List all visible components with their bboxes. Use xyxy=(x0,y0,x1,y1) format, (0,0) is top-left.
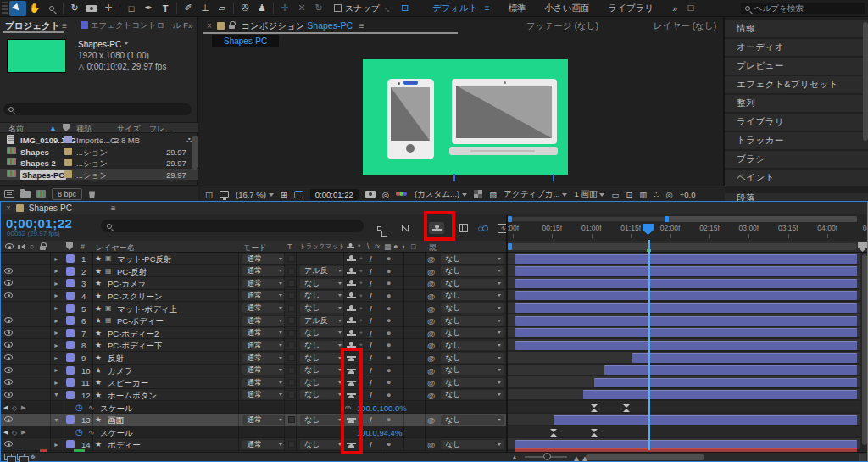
sidebar-panel-8[interactable]: ペイント xyxy=(725,170,868,186)
layer-bar-row[interactable] xyxy=(508,277,860,290)
layer-label-swatch[interactable] xyxy=(66,316,75,325)
item-label-swatch[interactable] xyxy=(64,170,72,178)
layer-twirl-arrow[interactable]: ► xyxy=(53,305,59,311)
layer-duration-bar[interactable] xyxy=(604,365,857,375)
pen-tool[interactable]: ✒ xyxy=(140,1,157,16)
track-matte-select[interactable]: アル反 xyxy=(300,266,344,276)
blend-mode-select[interactable]: 通常 xyxy=(242,279,285,288)
project-tabs-overflow[interactable]: » xyxy=(188,20,193,31)
puppet-pin-tool[interactable]: ♟ xyxy=(253,1,270,16)
blend-mode-select[interactable]: 通常 xyxy=(242,291,285,300)
layer-bar-row[interactable] xyxy=(508,265,860,278)
layer-name[interactable]: スピーカー xyxy=(108,378,148,389)
motion-blur-switch[interactable]: ● xyxy=(387,378,391,387)
expand-render-time-icon[interactable] xyxy=(17,454,25,460)
layer-row[interactable]: ►3★PC-カメラ通常なし*/●@なし xyxy=(1,277,508,290)
motion-blur-switch[interactable]: ● xyxy=(387,341,391,349)
property-name[interactable]: スケール xyxy=(100,428,133,439)
project-item[interactable]: IMG_0109.JPGImporte...G2.8 MB∴ xyxy=(0,134,198,146)
comp-marker-bin-icon[interactable] xyxy=(858,242,867,252)
local-axis-mode-icon[interactable]: ✛ xyxy=(276,1,293,16)
quality-switch[interactable]: / xyxy=(370,366,372,376)
layer-label-swatch[interactable] xyxy=(66,415,75,424)
workspace-tab-default[interactable]: デフォルト xyxy=(432,3,478,14)
show-channel-icon[interactable] xyxy=(396,191,408,198)
item-label-swatch[interactable] xyxy=(64,148,72,155)
project-item[interactable]: Shapes 2...ション29.97 xyxy=(0,157,198,169)
workspace-tab-standard[interactable]: 標準 xyxy=(509,3,526,14)
next-keyframe-icon[interactable]: ▶ xyxy=(21,429,25,436)
parent-select[interactable]: なし xyxy=(441,341,504,350)
parent-select[interactable]: なし xyxy=(441,291,504,300)
viewer-timecode[interactable]: 0;00;01;22 xyxy=(310,189,359,200)
blend-mode-select[interactable]: 通常 xyxy=(242,365,285,375)
parent-select[interactable]: なし xyxy=(441,415,504,425)
shy-switch[interactable] xyxy=(347,280,356,287)
draft-3d-icon[interactable] xyxy=(398,222,413,234)
fast-previews-icon[interactable]: ⊡ xyxy=(626,190,632,199)
shy-switch[interactable] xyxy=(347,392,356,399)
world-axis-mode-icon[interactable]: ✕ xyxy=(293,1,310,16)
view-axis-mode-icon[interactable]: ↻ xyxy=(310,1,327,16)
quality-switch[interactable]: / xyxy=(370,440,372,449)
layer-twirl-arrow[interactable]: ► xyxy=(53,355,59,361)
item-name[interactable]: Shapes-PC xyxy=(20,170,66,180)
panel-menu-icon[interactable]: ≡ xyxy=(111,203,116,213)
layer-name[interactable]: 反射 xyxy=(108,353,124,365)
layer-name[interactable]: PC-カメラ xyxy=(108,279,147,290)
layer-twirl-arrow[interactable]: ► xyxy=(53,380,59,386)
layer-bar-row[interactable] xyxy=(508,253,860,265)
layer-label-swatch[interactable] xyxy=(66,378,75,387)
preserve-transparency-checkbox[interactable] xyxy=(288,342,295,348)
blend-mode-select[interactable]: 通常 xyxy=(242,440,285,449)
track-matte-select[interactable]: なし xyxy=(300,279,344,288)
sidebar-panel-6[interactable]: トラッカー xyxy=(725,132,868,149)
brush-tool[interactable]: ✐ xyxy=(180,1,197,16)
parent-pickwhip-icon[interactable]: @ xyxy=(427,440,435,449)
collapse-switch[interactable]: * xyxy=(359,304,363,314)
parent-pickwhip-icon[interactable]: @ xyxy=(427,415,435,425)
property-row[interactable]: ◀◇▶◷∿スケール100.0,94.4% xyxy=(1,426,508,439)
collapse-switch[interactable]: * xyxy=(359,292,363,301)
shy-switch[interactable] xyxy=(347,317,356,325)
layer-label-swatch[interactable] xyxy=(66,366,75,375)
layer-twirl-arrow[interactable]: ► xyxy=(53,367,59,373)
hand-tool[interactable]: ✋ xyxy=(26,1,43,16)
show-snapshot-icon[interactable]: ◎ xyxy=(382,190,389,199)
track-matte-select[interactable]: なし xyxy=(300,341,344,350)
sidebar-panel-5[interactable]: ライブラリ xyxy=(725,114,868,131)
layer-row[interactable]: ►10★カメラ通常なし*/●@なし xyxy=(1,365,508,377)
layer-duration-bar[interactable] xyxy=(515,254,857,264)
delete-icon[interactable] xyxy=(88,190,96,198)
layer-bar-row[interactable] xyxy=(508,303,860,315)
property-name[interactable]: スケール xyxy=(100,404,133,415)
time-ruler[interactable]: :00f00:15f01:00f01:15f02:00f02:15f03:00f… xyxy=(508,215,867,241)
track-matte-select[interactable]: なし xyxy=(300,378,344,387)
layer-visibility-eye-icon[interactable] xyxy=(4,330,13,336)
item-label-swatch[interactable] xyxy=(64,136,72,143)
collapse-switch[interactable]: * xyxy=(359,440,363,449)
next-keyframe-icon[interactable]: ▶ xyxy=(21,404,25,411)
layer-label-swatch[interactable] xyxy=(66,329,75,337)
layer-label-swatch[interactable] xyxy=(66,391,75,399)
toggle-switches-icon[interactable]: ❖ xyxy=(30,454,36,461)
quality-switch[interactable]: / xyxy=(370,353,372,363)
layer-twirl-arrow[interactable]: ▼ xyxy=(53,417,59,423)
parent-select[interactable]: なし xyxy=(441,378,504,387)
bit-depth-button[interactable]: 8 bpc xyxy=(52,188,82,200)
layer-row[interactable]: ▼12★ホームボタン通常なし*/●@なし xyxy=(1,389,508,402)
quality-switch[interactable]: / xyxy=(370,391,372,400)
layer-duration-bar[interactable] xyxy=(515,341,857,350)
parent-select[interactable]: なし xyxy=(441,254,504,264)
layer-visibility-eye-icon[interactable] xyxy=(4,354,13,360)
parent-pickwhip-icon[interactable]: @ xyxy=(427,254,435,264)
eraser-tool[interactable]: ▱ xyxy=(214,1,231,16)
shy-switch[interactable] xyxy=(347,354,356,362)
layer-row[interactable]: ►6★▦PC-ボディー通常アル反*/●@なし xyxy=(1,314,508,327)
navigator-start-handle[interactable] xyxy=(508,243,512,250)
keyframe-icon[interactable] xyxy=(550,429,557,437)
parent-select[interactable]: なし xyxy=(441,328,504,337)
expand-in-point-icon[interactable] xyxy=(4,454,12,460)
layer-bar-row[interactable] xyxy=(508,389,860,402)
exposure-value[interactable]: +0.0 xyxy=(680,190,696,199)
